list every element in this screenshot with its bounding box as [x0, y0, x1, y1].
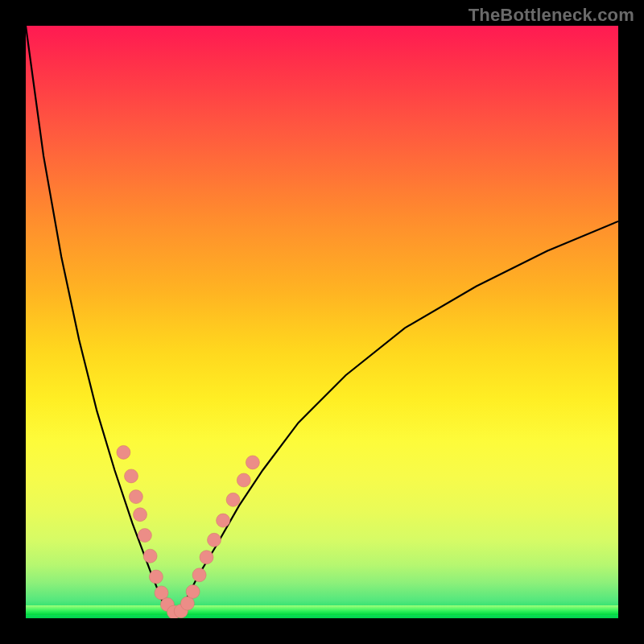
data-marker [134, 508, 147, 522]
data-marker [246, 456, 259, 469]
data-marker [129, 490, 142, 504]
data-marker [138, 529, 151, 543]
data-marker [143, 549, 157, 563]
data-marker [200, 551, 213, 564]
data-marker [186, 584, 200, 598]
data-marker [208, 533, 221, 547]
data-marker [192, 568, 206, 582]
data-marker [180, 597, 194, 610]
data-marker [226, 493, 240, 506]
data-marker [117, 445, 130, 459]
bottleneck-curve [26, 26, 618, 618]
marker-group [117, 445, 260, 618]
data-marker [217, 514, 230, 527]
data-marker [155, 586, 168, 600]
data-marker [149, 570, 163, 584]
chart-frame: TheBottleneck.com [0, 0, 644, 644]
curve-svg [26, 26, 618, 618]
plot-area [26, 26, 618, 618]
watermark-text: TheBottleneck.com [469, 5, 634, 26]
data-marker [237, 473, 250, 487]
data-marker [125, 469, 138, 483]
